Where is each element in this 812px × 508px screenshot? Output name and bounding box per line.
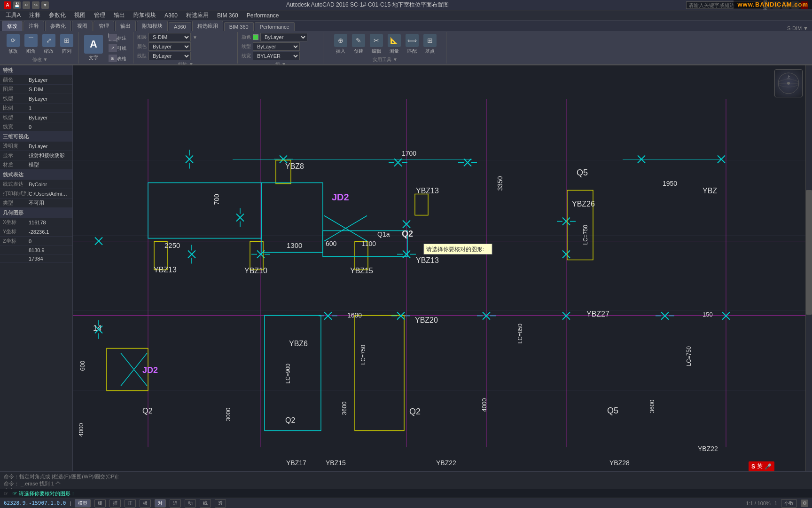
ortho-toggle[interactable]: 正 <box>125 499 136 508</box>
modify-label: 修改 <box>8 48 18 55</box>
tab-layout[interactable]: 管理 <box>94 21 114 31</box>
label-ybz15: YBZ15 <box>350 267 373 275</box>
tab-a360[interactable]: A360 <box>169 22 191 31</box>
menu-a360[interactable]: A360 <box>161 11 181 20</box>
array-button[interactable]: ⊞ 阵列 <box>58 33 75 56</box>
s-input-indicator[interactable]: S 英 🎤 <box>749 461 774 471</box>
tab-perf[interactable]: Performance <box>255 22 295 31</box>
vertical-scrollbar[interactable] <box>805 65 812 481</box>
x-prop-label: X坐标 <box>3 219 29 226</box>
lwt-toggle[interactable]: 线 <box>200 499 211 508</box>
table-button[interactable]: ⊞ 表格 <box>107 54 130 63</box>
tooltip-text: 请选择你要核对的图形: <box>426 246 484 253</box>
bylayer-lw-select[interactable]: BYLAYER <box>253 52 300 60</box>
layers-group-label: 组 ▼ <box>275 61 286 64</box>
menu-annotation[interactable]: 注释 <box>25 10 44 20</box>
text-group-label: 注释 ▼ <box>99 64 114 64</box>
cmd-arrow: ☞ <box>4 491 8 497</box>
otrack-toggle[interactable]: 追 <box>170 499 181 508</box>
snap-toggle[interactable]: 捕 <box>109 499 121 508</box>
menu-tools[interactable]: 工具A <box>2 10 24 20</box>
s-logo: S <box>751 463 755 470</box>
tab-annotate[interactable]: 视图 <box>72 21 93 31</box>
prop-row-linecolor: 线式表达 ByColor <box>0 180 72 189</box>
tab-modify[interactable]: 修改 <box>2 21 23 31</box>
acad-logo-icon[interactable]: A <box>4 1 11 9</box>
bylayer-linetype-label: 线型 <box>242 43 251 50</box>
label-600: 600 <box>326 240 337 247</box>
tab-insert[interactable]: 参数化 <box>45 21 71 31</box>
label-jd2-top: JD2 <box>332 192 349 202</box>
base-button[interactable]: ⊞ 基点 <box>422 33 438 56</box>
fillet-button[interactable]: ⌒ 图角 <box>23 33 39 56</box>
bylayer-select[interactable]: ByLayer <box>260 33 307 41</box>
measure-button[interactable]: 📐 测量 <box>386 33 403 56</box>
dropdown-icon[interactable]: ▼ <box>41 1 49 9</box>
label-ybz27: YBZ27 <box>586 310 609 318</box>
menu-addins[interactable]: 附加模块 <box>130 10 160 20</box>
edit-label: 编辑 <box>372 48 381 55</box>
linetype-select[interactable]: ByLayer <box>148 52 191 60</box>
model-toggle[interactable]: 模型 <box>75 499 91 508</box>
tp-toggle[interactable]: 透 <box>215 499 226 508</box>
osnap-toggle[interactable]: 对 <box>155 499 166 508</box>
menu-manage[interactable]: 管理 <box>90 10 109 20</box>
prop-row-x: X坐标 116178 <box>0 218 72 227</box>
undo-icon[interactable]: ↩ <box>23 1 30 9</box>
linetype-prop-label: 线型 <box>3 95 29 102</box>
color-select[interactable]: ByLayer <box>148 42 191 51</box>
grid-toggle[interactable]: 栅 <box>94 499 106 508</box>
navigation-cube[interactable]: 上 <box>774 69 803 97</box>
menu-output[interactable]: 输出 <box>110 10 129 20</box>
lw-prop-value: 0 <box>29 124 31 130</box>
label-1600: 1600 <box>347 311 362 319</box>
create-icon: ✎ <box>352 34 365 47</box>
redo-icon[interactable]: ↪ <box>32 1 39 9</box>
label-1700: 1700 <box>402 150 416 157</box>
modify-group-label: 修改 ▼ <box>32 56 48 63</box>
command-area: 命令：指定对角点或 [栏选(F)/圈围(WP)/圈交(CP)]: 命令： _.e… <box>0 471 812 498</box>
leader-button[interactable]: ↗ 引线 <box>107 43 130 53</box>
edit-button[interactable]: ✂ 编辑 <box>368 33 385 56</box>
create-button[interactable]: ✎ 创建 <box>350 33 367 56</box>
prop-row-linetype2: 线型 ByLayer <box>0 113 72 122</box>
tab-addins[interactable]: 附加模块 <box>137 21 168 31</box>
layer-select[interactable]: S-DIM <box>148 33 191 41</box>
text-big-button[interactable]: A 文字 <box>82 34 105 62</box>
label-700: 700 <box>213 194 220 205</box>
insert-button[interactable]: ⊕ 插入 <box>332 33 349 56</box>
ducs-toggle[interactable]: 动 <box>185 499 196 508</box>
plotstyle-prop-label: 打印样式到 <box>3 190 29 197</box>
layer-dropdown-arrow[interactable]: ▼ <box>193 35 197 40</box>
command-input[interactable] <box>79 491 808 496</box>
layer-options[interactable]: S-DIM ▼ <box>787 25 808 31</box>
dim-button[interactable]: |←→| 标注 <box>107 33 130 42</box>
menu-bim360[interactable]: BIM 360 <box>213 11 242 20</box>
label-ybz10: YBZ10 <box>244 267 267 275</box>
status-bar: 62328.9,-15907.1,0.0 | 模型 栅 捕 正 极 对 追 动 … <box>0 498 812 508</box>
linetype2-prop-label: 线型 <box>3 114 29 121</box>
settings-icon[interactable]: ⚙ <box>801 500 808 507</box>
save-icon[interactable]: 💾 <box>13 1 21 9</box>
label-2250: 2250 <box>164 241 180 249</box>
bylayer-linetype-select[interactable]: ByLayer <box>253 42 300 51</box>
main-canvas[interactable]: YBZ8 YBZ13 JD2 Q2 Q1a 请选择你要核对的图形: YBZ13 … <box>73 65 812 481</box>
workspace-toggle[interactable]: 小数 <box>781 499 797 508</box>
menu-featured[interactable]: 精选应用 <box>182 10 212 20</box>
label-lc750-lower: LC=750 <box>686 346 692 366</box>
tools-group-label: 实用工具 ▼ <box>373 56 398 63</box>
dim-label: 标注 <box>117 35 126 41</box>
menu-parametric[interactable]: 参数化 <box>45 10 70 20</box>
menu-view[interactable]: 视图 <box>70 10 89 20</box>
tab-featured[interactable]: 精选应用 <box>192 21 223 31</box>
menu-performance[interactable]: Performance <box>243 11 283 20</box>
match-button[interactable]: ⟺ 匹配 <box>404 33 421 56</box>
tab-output[interactable]: 输出 <box>115 21 136 31</box>
tab-bim[interactable]: BIM 360 <box>224 22 254 31</box>
scale-button[interactable]: ⤢ 缩放 <box>40 33 57 56</box>
polar-toggle[interactable]: 极 <box>140 499 151 508</box>
trans-prop-label: 透明度 <box>3 143 29 150</box>
tab-home[interactable]: 注释 <box>23 21 44 31</box>
prop-row-type: 类型 不可用 <box>0 198 72 208</box>
modify-button[interactable]: ⟳ 修改 <box>5 33 22 56</box>
